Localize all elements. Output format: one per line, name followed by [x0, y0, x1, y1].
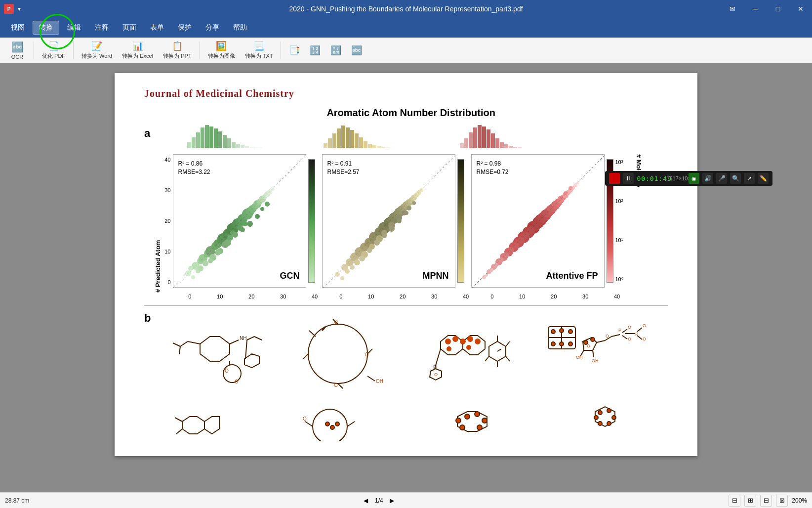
gcn-plot: R² = 0.86 RMSE=3.22 GCN	[173, 154, 306, 288]
molecule-4: O OH OH O P	[538, 312, 662, 398]
speaker-icon[interactable]: 🔊	[702, 173, 713, 184]
svg-rect-13	[245, 146, 249, 148]
svg-rect-37	[482, 127, 486, 148]
svg-point-289	[612, 416, 616, 420]
svg-line-251	[593, 350, 594, 357]
svg-point-244	[568, 342, 572, 346]
svg-rect-34	[469, 132, 473, 148]
menu-protect[interactable]: 保护	[172, 21, 198, 34]
menu-bar: 视图 转换 编辑 注释 页面 表单 保护 分享 帮助	[0, 18, 812, 38]
svg-text:O: O	[334, 319, 338, 325]
svg-point-292	[594, 416, 598, 420]
svg-rect-22	[346, 127, 350, 148]
svg-rect-12	[241, 145, 244, 148]
svg-rect-31	[386, 147, 390, 148]
chart-section-a: a Aromatic Atom Number Distribution	[144, 107, 668, 299]
svg-point-98	[335, 272, 340, 277]
convert-ppt-label: 转换为 PPT	[163, 52, 191, 60]
menu-edit[interactable]: 编辑	[61, 21, 87, 34]
extra-btn-1[interactable]: 📑	[285, 40, 304, 61]
convert-excel-button[interactable]: 📊 转换为 Excel	[118, 40, 157, 61]
colorbar-container	[308, 154, 320, 288]
svg-line-192	[173, 343, 180, 346]
svg-point-86	[188, 266, 193, 271]
svg-line-190	[188, 341, 200, 344]
extra-icon-4: 🔤	[351, 45, 362, 56]
svg-rect-16	[258, 147, 262, 148]
view-single-btn[interactable]: ⊟	[729, 495, 740, 507]
pen-icon[interactable]: ✏️	[758, 173, 769, 184]
svg-point-239	[551, 330, 555, 334]
svg-rect-9	[227, 138, 231, 148]
svg-point-187	[564, 191, 568, 195]
search-icon[interactable]: 🔍	[730, 173, 741, 184]
svg-point-123	[354, 259, 360, 265]
menu-convert[interactable]: 转换	[33, 21, 59, 35]
svg-point-96	[265, 202, 270, 207]
green-dot[interactable]: ◉	[689, 173, 699, 184]
convert-image-button[interactable]: 🖼️ 转换为图像	[204, 40, 239, 61]
view-double-btn[interactable]: ⊞	[744, 495, 756, 507]
svg-line-275	[347, 422, 355, 426]
txt-icon: 📃	[253, 41, 264, 51]
convert-txt-button[interactable]: 📃 转换为 TXT	[241, 40, 277, 61]
svg-point-87	[198, 265, 203, 271]
word-icon: 📝	[91, 41, 102, 51]
svg-point-172	[489, 268, 493, 272]
gcn-name: GCN	[280, 271, 300, 281]
page-info: 1/4	[375, 497, 383, 504]
mol-partial-4	[556, 402, 654, 441]
menu-view[interactable]: 视图	[5, 21, 31, 34]
menu-annotate[interactable]: 注释	[89, 21, 115, 34]
svg-text:O: O	[434, 372, 438, 377]
svg-point-81	[227, 235, 233, 241]
email-icon[interactable]: ✉	[721, 0, 744, 18]
menu-share[interactable]: 分享	[200, 21, 225, 34]
record-button[interactable]	[609, 173, 620, 184]
convert-ppt-button[interactable]: 📋 转换为 PPT	[159, 40, 195, 61]
extra-btn-3[interactable]: 🔣	[326, 40, 345, 61]
svg-point-176	[508, 247, 514, 253]
svg-point-77	[203, 260, 208, 266]
next-page-button[interactable]: ▶	[387, 496, 397, 506]
convert-word-button[interactable]: 📝 转换为 Word	[78, 40, 116, 61]
ocr-icon: 🔤	[11, 41, 24, 53]
x-axis-labels-row: 0 10 20 30 40 0 10 20 30 40	[186, 293, 668, 299]
svg-point-228	[468, 337, 473, 341]
svg-text:O: O	[365, 352, 369, 357]
svg-rect-28	[372, 145, 376, 148]
scatter-plots-container: R² = 0.86 RMSE=3.22 GCN	[173, 154, 643, 288]
svg-point-178	[518, 237, 525, 244]
menu-form[interactable]: 表单	[144, 21, 170, 34]
optimize-pdf-button[interactable]: 📄 优化 PDF	[38, 40, 69, 61]
ocr-button[interactable]: 🔤 OCR	[5, 40, 30, 61]
minimize-button[interactable]: ─	[744, 0, 767, 18]
ocr-label: OCR	[11, 54, 23, 60]
attentive-fp-name: Attentive FP	[546, 271, 598, 281]
close-button[interactable]: ✕	[789, 0, 812, 18]
extra-btn-4[interactable]: 🔤	[347, 40, 366, 61]
dropdown-arrow[interactable]: ▼	[17, 6, 22, 12]
view-fit-btn[interactable]: ⊠	[776, 495, 788, 507]
cursor-icon[interactable]: ↗	[744, 173, 755, 184]
section-b: b	[144, 312, 668, 398]
attentive-fp-x-labels: 0 10 20 30 40	[488, 293, 622, 299]
pause-button[interactable]: ⏸	[623, 173, 634, 184]
menu-help[interactable]: 帮助	[227, 21, 253, 34]
prev-page-button[interactable]: ◀	[361, 496, 371, 506]
maximize-button[interactable]: □	[767, 0, 789, 18]
svg-point-288	[607, 409, 611, 413]
extra-btn-2[interactable]: 🔢	[306, 40, 325, 61]
mic-icon[interactable]: 🎤	[716, 173, 727, 184]
menu-page[interactable]: 页面	[117, 21, 142, 34]
svg-text:O: O	[643, 337, 646, 341]
svg-text:O: O	[628, 337, 631, 341]
svg-line-258	[622, 329, 627, 333]
mpnn-stats: R² = 0.91 RMSE=2.57	[327, 160, 360, 176]
journal-title: Journal of Medicinal Chemistry	[144, 88, 668, 99]
chart-container: Aromatic Atom Number Distribution	[154, 107, 668, 299]
svg-point-243	[560, 342, 564, 346]
svg-text:O: O	[643, 323, 646, 328]
svg-text:NH: NH	[240, 336, 246, 341]
view-grid-btn[interactable]: ⊟	[760, 495, 772, 507]
